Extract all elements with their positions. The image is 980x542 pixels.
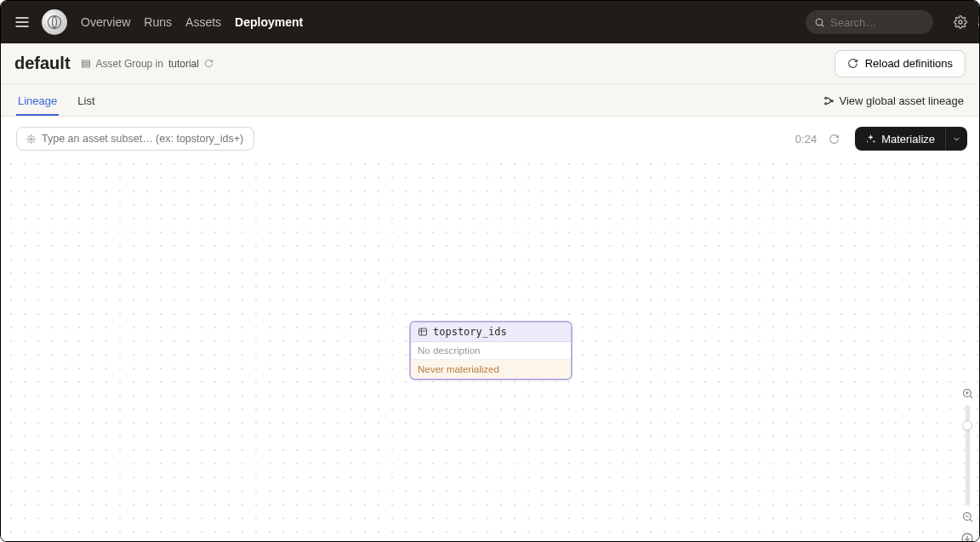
breadcrumb-prefix: Asset Group in — [96, 58, 163, 70]
filter-icon — [26, 134, 37, 145]
asset-node-header: topstory_ids — [411, 322, 571, 342]
tab-list[interactable]: List — [76, 94, 96, 116]
reload-definitions-button[interactable]: Reload definitions — [835, 50, 966, 77]
top-nav: Overview Runs Assets Deployment / — [1, 1, 979, 43]
materialize-dropdown-button[interactable] — [945, 127, 967, 151]
zoom-slider-thumb[interactable] — [962, 420, 972, 431]
materialize-label: Materialize — [881, 133, 935, 145]
svg-point-12 — [30, 138, 31, 140]
nav-link-deployment[interactable]: Deployment — [235, 15, 303, 29]
lineage-icon — [823, 95, 835, 106]
zoom-fit-button[interactable] — [960, 532, 974, 541]
breadcrumb-link[interactable]: tutorial — [168, 58, 199, 70]
search-input[interactable] — [830, 16, 973, 29]
asset-subset-filter[interactable] — [16, 127, 254, 151]
toolbar: 0:24 Materialize — [1, 117, 979, 154]
svg-line-20 — [32, 135, 34, 137]
chevron-down-icon — [952, 134, 961, 144]
svg-point-3 — [816, 19, 823, 26]
asset-subset-input[interactable] — [42, 133, 245, 145]
elapsed-time: 0:24 — [795, 133, 817, 145]
zoom-slider-track[interactable] — [966, 405, 970, 505]
page-title: default — [14, 54, 71, 73]
view-global-lineage-link[interactable]: View global asset lineage — [823, 94, 964, 116]
lineage-canvas[interactable]: topstory_ids No description Never materi… — [1, 154, 979, 541]
nav-links: Overview Runs Assets Deployment — [81, 15, 303, 29]
asset-node-description: No description — [411, 342, 571, 360]
asset-node-status: Never materialized — [411, 360, 571, 379]
tab-lineage[interactable]: Lineage — [16, 94, 59, 116]
zoom-in-button[interactable] — [961, 387, 974, 400]
materialize-button-group: Materialize — [855, 127, 967, 151]
table-icon — [418, 327, 428, 337]
zoom-panel — [960, 387, 974, 541]
nav-link-runs[interactable]: Runs — [144, 15, 172, 29]
app-logo[interactable] — [42, 9, 67, 35]
svg-rect-21 — [419, 328, 427, 335]
svg-line-4 — [822, 25, 823, 26]
svg-rect-7 — [82, 63, 89, 65]
nav-link-overview[interactable]: Overview — [81, 15, 130, 29]
materialize-button[interactable]: Materialize — [855, 127, 945, 151]
svg-point-9 — [824, 97, 826, 99]
tabs-row: Lineage List View global asset lineage — [1, 84, 979, 117]
reload-definitions-label: Reload definitions — [865, 57, 953, 70]
hamburger-menu-button[interactable] — [13, 13, 31, 31]
asset-node-name: topstory_ids — [433, 326, 507, 338]
svg-rect-8 — [82, 66, 89, 67]
breadcrumb: Asset Group in tutorial — [81, 58, 214, 70]
nav-link-assets[interactable]: Assets — [185, 15, 221, 29]
svg-line-18 — [32, 140, 34, 142]
search-icon — [814, 17, 825, 28]
reload-icon — [847, 58, 858, 69]
svg-line-25 — [970, 396, 972, 398]
svg-line-17 — [28, 135, 30, 137]
sparkle-icon — [865, 134, 876, 145]
asset-node-topstory-ids[interactable]: topstory_ids No description Never materi… — [409, 321, 573, 380]
svg-point-11 — [831, 100, 833, 101]
svg-rect-6 — [82, 60, 89, 62]
svg-point-5 — [959, 20, 962, 24]
svg-line-29 — [970, 519, 972, 522]
svg-point-10 — [824, 103, 826, 105]
page-subheader: default Asset Group in tutorial Reload d… — [1, 43, 979, 84]
view-global-lineage-label: View global asset lineage — [840, 94, 964, 107]
settings-button[interactable] — [954, 15, 967, 29]
search-box[interactable]: / — [806, 10, 933, 34]
svg-line-19 — [28, 140, 30, 142]
asset-group-icon — [81, 59, 91, 69]
breadcrumb-refresh-icon[interactable] — [204, 59, 214, 68]
zoom-out-button[interactable] — [961, 511, 974, 523]
refresh-graph-button[interactable] — [829, 134, 840, 145]
